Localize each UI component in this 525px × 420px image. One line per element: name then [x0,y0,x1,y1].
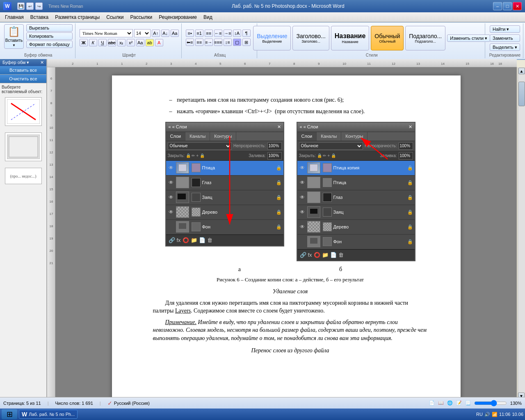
ps-panel-a-close[interactable]: ✕ [277,124,281,130]
view-mode-web[interactable]: 🌐 [447,400,453,406]
ps-new-button-b[interactable]: 📄 [330,251,337,259]
style-subtitle[interactable]: Подзаголо... Подзаголо... [405,26,445,50]
multilevel-button[interactable]: ≡≡ [205,30,213,37]
style-title[interactable]: Название Название [331,26,370,50]
font-name-select[interactable]: Times New Roman [80,29,133,37]
ps-layer-eye-b[interactable]: 👁 Глаз 🔒 [297,190,415,205]
clear-format-button[interactable]: Aa [171,30,179,37]
show-marks-button[interactable]: ¶ [242,30,251,37]
font-size-select[interactable]: 14 [134,29,151,37]
view-mode-draft[interactable]: 📃 [465,400,471,406]
select-button[interactable]: Выделить ▾ [490,43,520,51]
ps-tab-channels-a[interactable]: Каналы [185,132,210,141]
sort-button[interactable]: ↕A [233,30,241,37]
network-tray-icon[interactable]: 📶 [492,412,498,417]
clipboard-item-image-1[interactable] [5,97,42,126]
ps-tab-layers-a[interactable]: Слои [166,132,186,141]
close-button[interactable]: ✕ [513,2,522,10]
ps-link-button-b[interactable]: 🔗 [300,251,306,259]
cut-button[interactable]: Вырезать [26,24,73,32]
style-highlight[interactable]: Выделение Выделение [253,26,291,50]
ps-eye-eye-a[interactable]: 👁 [168,179,174,186]
redo-button[interactable]: ↪ [35,2,43,10]
insert-all-button[interactable]: Вставить все [0,66,46,75]
taskbar-word[interactable]: W Лаб. раб. № 5 по Ph... [19,410,78,419]
ps-link-button-a[interactable]: 🔗 [169,237,175,244]
ps-layer-bird-copy-b[interactable]: 👁 Птица копия 🔒 [297,161,415,176]
window-controls[interactable]: – □ ✕ [493,2,522,10]
ps-mode-select-b[interactable]: Обычное [299,142,363,150]
superscript-button[interactable]: x² [127,39,135,46]
ps-eye-tree-b[interactable]: 👁 [299,224,306,230]
borders-button[interactable]: ⊞ [242,39,251,46]
shrink-font-button[interactable]: A↓ [161,30,169,37]
clipboard-item-text-3[interactable]: (про... недос...) [5,168,42,184]
ps-eye-rabbit-a[interactable]: 👁 [168,194,174,201]
format-painter-button[interactable]: Формат по образцу [26,41,73,48]
ps-tab-channels-b[interactable]: Каналы [317,132,341,141]
increase-indent-button[interactable]: →≡ [224,30,232,37]
ps-tab-paths-a[interactable]: Контуры [210,132,236,141]
copy-button[interactable]: Копировать [26,32,73,40]
sound-tray-icon[interactable]: 🔊 [484,412,490,417]
view-mode-outline[interactable]: 📝 [456,400,462,406]
shading-button[interactable]: ▢ [233,39,241,46]
ps-mode-select-a[interactable]: Обычные [168,142,232,150]
ps-fill-value-a[interactable]: 100% [267,152,282,160]
align-right-button[interactable]: ≡→ [205,39,213,46]
vertical-scrollbar[interactable]: ▲ ▼ [518,67,525,399]
start-button[interactable]: ⊞ [2,409,17,419]
paste-button[interactable]: 📋 Вставить ▼ [4,24,24,49]
ps-eye-bird-copy-b[interactable]: 👁 [299,164,306,171]
italic-button[interactable]: К [89,39,97,46]
minimize-button[interactable]: – [493,2,502,10]
style-heading[interactable]: Заголово... Заголово... [292,26,329,50]
bullets-button[interactable]: ≡• [186,30,194,37]
ps-layer-rabbit-b[interactable]: 👁 Заяц 🔒 [297,205,415,220]
ps-fill-value-b[interactable]: 100% [399,152,413,160]
ps-opacity-value-a[interactable]: 100% [267,142,282,150]
menu-home[interactable]: Главная [2,14,27,21]
numbering-button[interactable]: ≡1 [195,30,203,37]
line-spacing-button[interactable]: ↕≡ [224,39,232,46]
ps-layer-bird-a[interactable]: 👁 Птица 🔒 [166,161,283,176]
replace-button[interactable]: Заменить [490,34,520,42]
ps-folder-button-a[interactable]: 📁 [191,237,197,244]
ps-trash-button-a[interactable]: 🗑 [207,237,212,244]
ps-eye-eye-b[interactable]: 👁 [299,194,306,201]
menu-insert[interactable]: Вставка [27,14,52,21]
maximize-button[interactable]: □ [503,2,512,10]
ps-layer-tree-a[interactable]: 👁 Дерево 🔒 [166,205,283,220]
change-styles-button[interactable]: Изменить стили ▾ [447,34,490,42]
ps-eye-bird-a[interactable]: 👁 [168,164,174,171]
ps-mask-button-a[interactable]: ⭕ [183,237,189,244]
underline-button[interactable]: Ч [98,39,107,46]
ps-layer-tree-b[interactable]: 👁 Дерево 🔒 [297,220,415,235]
ps-layer-bg-a[interactable]: Фон 🔒 [166,220,283,235]
view-mode-print[interactable]: 📄 [429,400,435,406]
menu-references[interactable]: Ссылки [103,14,127,21]
subscript-button[interactable]: x₂ [117,39,126,46]
menu-page-layout[interactable]: Разметка страницы [52,14,103,21]
ps-layer-eye-a[interactable]: 👁 Глаз 🔒 [166,176,283,190]
justify-button[interactable]: ≡≡≡ [214,39,222,46]
undo-button[interactable]: ↩ [26,2,34,10]
ps-eye-bird-b[interactable]: 👁 [299,179,306,186]
find-button[interactable]: Найти ▾ [490,25,520,33]
ps-eye-rabbit-b[interactable]: 👁 [299,209,306,215]
menu-view[interactable]: Вид [200,14,216,21]
style-normal[interactable]: Обычный Обычный [371,26,404,50]
clear-all-button[interactable]: Очистить все [0,75,46,83]
clipboard-panel-close[interactable]: ✕ [40,60,44,65]
ps-tab-layers-b[interactable]: Слои [297,132,317,141]
ps-trash-button-b[interactable]: 🗑 [338,251,344,259]
ps-layer-rabbit-a[interactable]: 👁 Заяц 🔒 [166,190,283,205]
font-color-button[interactable]: A [155,39,163,46]
ps-new-button-a[interactable]: 📄 [199,237,205,244]
ps-mask-button-b[interactable]: ⭕ [314,251,320,259]
align-center-button[interactable]: ≡≡ [195,39,203,46]
align-left-button[interactable]: ⬅≡ [186,39,194,46]
bold-button[interactable]: Ж [80,39,88,46]
scroll-up-button[interactable]: ▲ [518,68,525,74]
save-button[interactable]: 💾 [17,2,25,10]
